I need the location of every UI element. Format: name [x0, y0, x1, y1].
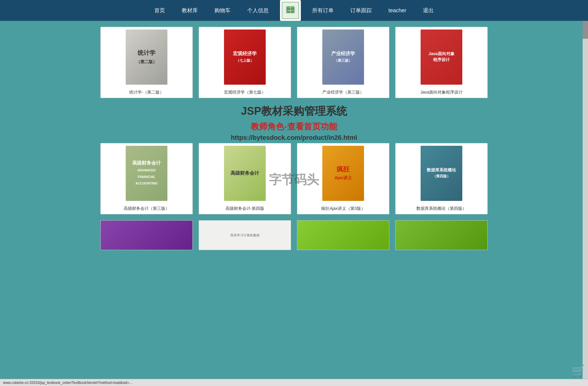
partial-cover-1: 高等学习计算机教材	[199, 221, 291, 250]
book-cover-image-3: Java面向对象程序设计	[421, 30, 462, 85]
section-row2: 高级财务会计ADVANCED FINANCIAL ACCOUNTING 高级财务…	[12, 143, 576, 214]
book-cover-image-4: 高级财务会计ADVANCED FINANCIAL ACCOUNTING	[126, 146, 167, 201]
role-title: 教师角色-查看首页功能	[12, 121, 576, 132]
book-title-5: 高级财务会计-第四版	[224, 203, 266, 214]
nav-home[interactable]: 首页	[146, 7, 173, 14]
book-cover-7: 数据库系统概论（第四版）	[396, 143, 487, 203]
svg-text:教材订购: 教材订购	[287, 10, 293, 11]
book-title-1: 宏观经济学（第七版）	[223, 87, 267, 98]
nav-cart[interactable]: 购物车	[206, 7, 239, 14]
partial-cover-0	[101, 221, 192, 250]
status-url: www.csbishe.cn:33333/jsp_textbook_order/…	[3, 381, 132, 385]
book-cover-0: 统计学（第二版）	[101, 27, 192, 87]
book-title-7: 数据库系统概论（第四版）	[415, 203, 468, 214]
book-card-6[interactable]: 疯狂Ajax讲义 疯狂Ajax讲义（第3版）	[297, 143, 389, 214]
book-title-2: 产业经济学（第三版）	[321, 87, 365, 98]
book-cover-1: 宏观经济学（七上版）	[199, 27, 291, 87]
book-card-4[interactable]: 高级财务会计ADVANCED FINANCIAL ACCOUNTING 高级财务…	[100, 143, 193, 214]
book-cover-image-7: 数据库系统概论（第四版）	[421, 146, 462, 201]
book-card-3[interactable]: Java面向对象程序设计 Java面向对象程序设计	[395, 27, 488, 98]
role-section: 教师角色-查看首页功能	[12, 121, 576, 132]
book-grid-row1: 统计学（第二版） 统计学-（第二版） 宏观经济学（七上版） 宏观经济学（第七版）…	[100, 27, 488, 98]
cart-icon[interactable]: 🛒	[572, 365, 585, 377]
scrollbar-track[interactable]	[583, 21, 588, 386]
book-cover-image-6: 疯狂Ajax讲义	[322, 146, 364, 201]
main-content: 统计学（第二版） 统计学-（第二版） 宏观经济学（七上版） 宏观经济学（第七版）…	[0, 21, 588, 256]
book-title-0: 统计学-（第二版）	[128, 87, 166, 98]
url-section: https://bytesdock.com/product/in26.html	[12, 134, 576, 142]
partial-cover-2	[297, 221, 389, 250]
nav-logout[interactable]: 退出	[415, 7, 442, 14]
book-grid-row2: 高级财务会计ADVANCED FINANCIAL ACCOUNTING 高级财务…	[100, 143, 488, 214]
logo[interactable]: 教材订购	[280, 0, 301, 21]
book-cover-image-2: 产业经济学（第三版）	[322, 30, 364, 85]
status-bar: www.csbishe.cn:33333/jsp_textbook_order/…	[0, 379, 588, 386]
navigation: 首页 教材库 购物车 个人信息 教材订购 所有订单 订单跟踪 teacher 退…	[0, 0, 588, 21]
partial-card-2[interactable]	[297, 220, 389, 250]
system-title: JSP教材采购管理系统	[12, 104, 576, 119]
book-card-7[interactable]: 数据库系统概论（第四版） 数据库系统概论（第四版）	[395, 143, 488, 214]
book-cover-2: 产业经济学（第三版）	[297, 27, 389, 87]
book-cover-image-5: 高级财务会计	[224, 146, 266, 201]
book-cover-6: 疯狂Ajax讲义	[297, 143, 389, 203]
book-cover-4: 高级财务会计ADVANCED FINANCIAL ACCOUNTING	[101, 143, 192, 203]
nav-order-track[interactable]: 订单跟踪	[342, 7, 380, 14]
book-card-1[interactable]: 宏观经济学（七上版） 宏观经济学（第七版）	[199, 27, 291, 98]
book-card-0[interactable]: 统计学（第二版） 统计学-（第二版）	[100, 27, 193, 98]
partial-cover-3	[396, 221, 487, 250]
scrollbar-thumb[interactable]	[583, 21, 588, 39]
partial-card-1[interactable]: 高等学习计算机教材	[199, 220, 291, 250]
section-row1: 统计学（第二版） 统计学-（第二版） 宏观经济学（七上版） 宏观经济学（第七版）…	[12, 27, 576, 119]
book-cover-image-0: 统计学（第二版）	[126, 30, 167, 85]
nav-teacher[interactable]: teacher	[380, 7, 415, 14]
partial-card-0[interactable]	[100, 220, 193, 250]
book-title-6: 疯狂Ajax讲义（第3版）	[320, 203, 366, 214]
nav-library[interactable]: 教材库	[173, 7, 206, 14]
book-cover-5: 高级财务会计	[199, 143, 291, 203]
url-text: https://bytesdock.com/product/in26.html	[12, 134, 576, 142]
book-cover-3: Java面向对象程序设计	[396, 27, 487, 87]
book-title-3: Java面向对象程序设计	[419, 87, 464, 98]
partial-card-3[interactable]	[395, 220, 488, 250]
overlay-area: JSP教材采购管理系统	[12, 104, 576, 119]
nav-profile[interactable]: 个人信息	[239, 7, 277, 14]
nav-all-orders[interactable]: 所有订单	[304, 7, 342, 14]
book-card-5[interactable]: 高级财务会计 高级财务会计-第四版	[199, 143, 291, 214]
partial-row: 高等学习计算机教材	[100, 220, 488, 250]
book-title-4: 高级财务会计（第三版）	[122, 203, 171, 214]
book-card-2[interactable]: 产业经济学（第三版） 产业经济学（第三版）	[297, 27, 389, 98]
book-cover-image-1: 宏观经济学（七上版）	[224, 30, 266, 85]
